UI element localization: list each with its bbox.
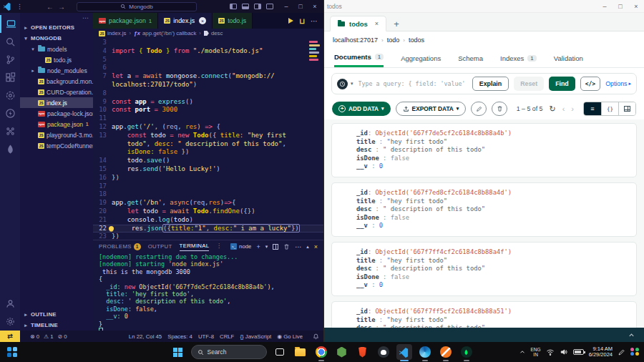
code-line[interactable]: 7let a = await mongoose.connect("mongodb… [93,72,323,81]
code-editor[interactable]: 34import { Todo } from "./models/todo.js… [93,38,323,240]
code-line[interactable]: 16}) [93,174,323,182]
language-indicator[interactable]: ENGIN [531,347,541,357]
json-view-button[interactable]: {} [601,102,618,115]
explorer-item-mongodb[interactable]: ▾MONGODB [20,33,93,44]
close-button[interactable]: × [309,3,321,10]
panel-maximize-icon[interactable]: ▴ [306,244,309,250]
reset-button[interactable]: Reset [514,77,544,91]
run-file-icon[interactable] [288,18,293,24]
taskbar-node-icon[interactable] [334,344,350,360]
code-line[interactable]: 21 console.log(todo) [93,216,323,225]
split-terminal-icon[interactable] [273,244,278,250]
code-line[interactable]: 8 [93,89,323,98]
new-tab-icon[interactable]: + [386,19,406,31]
pen-notification-icon[interactable] [618,348,625,356]
code-line[interactable]: 18 [93,190,323,199]
code-line[interactable]: 4import { Todo } from "./models/todo.js" [93,47,323,56]
explorer-section-timeline[interactable]: ▸TIMELINE [20,320,93,331]
breadcrumb-item[interactable]: desc [204,30,223,36]
list-view-button[interactable]: ≡ [584,102,601,115]
explorer-item-package-lock-json[interactable]: npmpackage-lock.json [20,108,93,119]
toggle-secondary-sidebar-icon[interactable] [254,4,261,9]
notifications-bell-icon[interactable] [313,333,319,340]
taskbar-mongodb-compass-icon[interactable] [459,344,474,360]
terminal-output[interactable]: [nodemon] restarting due to changes...[n… [93,253,323,331]
quick-fix-lightbulb-icon[interactable] [109,226,114,231]
status-diagnostics[interactable]: ⊗ 0 [30,333,39,340]
minimize-button[interactable]: – [280,3,292,10]
mongosh-bar[interactable] [324,328,644,342]
explorer-item-background-mon[interactable]: JSbackground.mon... [20,76,93,87]
explorer-item-open-editors[interactable]: ▸OPEN EDITORS [20,22,93,33]
breadcrumb[interactable]: JSindex.js›ƒxapp.get('/bn') callback›des… [93,29,323,38]
minimize-button[interactable]: – [597,3,613,10]
collection-tab[interactable]: todos × [330,16,386,31]
code-line[interactable]: 17 [93,182,323,191]
remote-indicator[interactable]: ⇄ [0,331,20,342]
taskbar-search[interactable]: Search [191,345,267,359]
wifi-icon[interactable] [546,348,555,356]
explorer-item-package-json[interactable]: npmpackage.json1 [20,119,93,129]
breadcrumb-item[interactable]: ƒxapp.get('/bn') callback [134,30,196,36]
battery-icon[interactable] [573,349,584,355]
taskbar-task-view-icon[interactable] [272,344,288,360]
prev-page-icon[interactable]: ‹ [562,104,565,113]
minimap[interactable] [308,39,322,95]
tab-package-json[interactable]: npmpackage.json1 [93,13,158,29]
code-line[interactable]: 9const app = express() [93,98,323,107]
customize-layout-icon[interactable] [266,4,273,9]
explorer-item-models[interactable]: ▾models [20,44,93,54]
status-item[interactable]: {} JavaScript [240,333,271,340]
code-line[interactable]: 15 res.send('Hello Lucky!') [93,165,323,174]
breadcrumb-item[interactable]: JSindex.js [99,30,126,36]
explorer-item-curd-operation[interactable]: JSCURD-operation.... [20,87,93,97]
panel-tab-terminal[interactable]: TERMINAL [180,243,210,251]
toggle-panel-icon[interactable] [242,4,249,9]
find-button[interactable]: Find [549,77,575,91]
document-card[interactable]: _id: ObjectId('667f7ff5cf2c6184c8b88a51'… [331,301,637,328]
explorer-item-index-js[interactable]: JSindex.js [20,97,93,108]
code-line[interactable]: 22 res.json({title:"1", desc:" i am a lu… [93,225,323,233]
explorer-icon[interactable] [0,15,20,33]
code-line[interactable]: 11 [93,114,323,123]
terminal-shell-selector[interactable]: >_node [230,243,251,250]
code-line[interactable]: 19app.get('/bn', async(req,res)=>{ [93,199,323,207]
query-input[interactable]: Type a query: { field: 'value' } or Gene [358,80,467,87]
panel-tab-problems[interactable]: PROBLEMS1 [99,243,141,251]
screencast-icon[interactable] [630,348,640,357]
panel-more-icon[interactable]: ⋯ [295,243,301,250]
taskbar-edge-icon[interactable] [417,344,433,360]
compass-breadcrumb-item[interactable]: localhost:27017 [333,36,378,44]
thunder-client-icon[interactable] [0,104,20,122]
code-line[interactable]: 10const port = 3000 [93,106,323,114]
tab-index-js[interactable]: JSindex.js× [158,13,213,29]
status-item[interactable]: CRLF [220,333,234,340]
mongodb-icon[interactable] [0,140,20,158]
taskbar-brave-icon[interactable] [355,344,371,360]
tab-todo-js[interactable]: JStodo.js [213,13,253,29]
query-bar[interactable]: ▾ Type a query: { field: 'value' } or Ge… [331,73,637,94]
document-card[interactable]: _id: ObjectId('667f7ed8cf2c6184c8b88a4d'… [331,182,637,237]
back-icon[interactable]: ← [47,3,54,11]
compass-tab-schema[interactable]: Schema [458,49,483,67]
kill-terminal-icon[interactable] [283,243,290,250]
code-line[interactable]: 23}) [93,233,323,240]
status-diagnostics[interactable]: ⊘ 0 [58,333,67,340]
taskbar-chrome-icon[interactable] [313,344,329,360]
explorer-item-node-modules[interactable]: ▸node_modules [20,65,93,76]
compass-breadcrumb[interactable]: localhost:27017›todo›todos [324,31,644,49]
explorer-item-todo-js[interactable]: JStodo.js [20,54,93,65]
export-data-button[interactable]: EXPORT DATA ▾ [396,102,467,116]
accounts-icon[interactable] [0,295,20,313]
status-item[interactable]: Ln 22, Col 45 [129,333,162,340]
taskbar-file-explorer-icon[interactable] [293,344,308,360]
close-button[interactable]: × [628,3,644,10]
code-line[interactable]: 14 todo.save() [93,157,323,165]
source-control-icon[interactable] [0,51,20,69]
options-link[interactable]: Options▸ [605,80,631,87]
code-line[interactable]: 6 [93,64,323,72]
widgets-icon[interactable] [7,347,17,357]
status-diagnostics[interactable]: ⚠ 1 [44,333,54,340]
taskbar-vscode-icon[interactable] [396,344,412,360]
clock[interactable]: 9:14 AM6/29/2024 [589,346,613,358]
